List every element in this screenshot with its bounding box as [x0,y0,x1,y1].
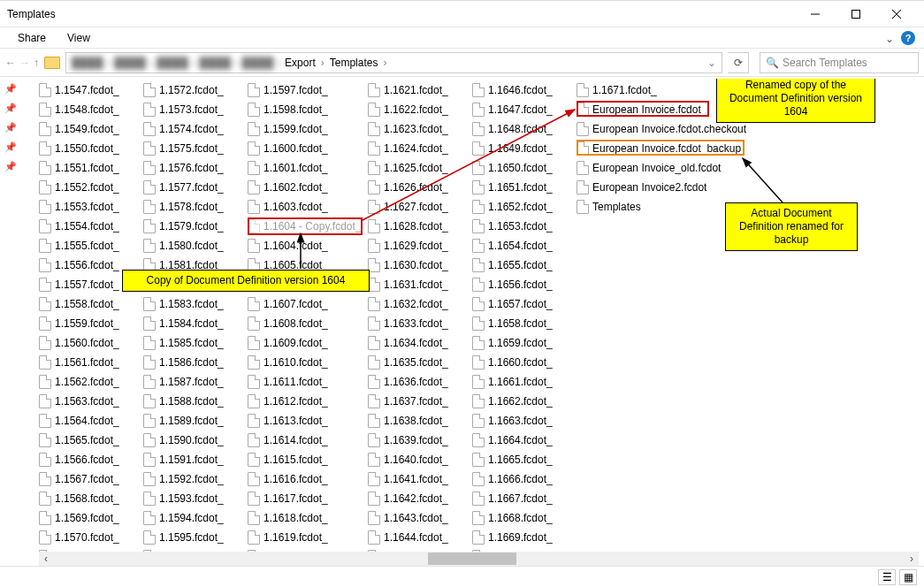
ribbon-chevron-icon[interactable]: ⌄ [885,33,894,45]
horizontal-scrollbar[interactable]: ‹ › [39,552,919,566]
file-item[interactable]: 1.1595.fcdot_ [143,528,248,547]
file-item[interactable]: 1.1668.fcdot_ [472,508,577,528]
file-item[interactable]: 1.1619.fcdot_ [248,528,352,547]
tab-share[interactable]: Share [18,32,46,44]
file-item[interactable]: 1.1599.fcdot_ [248,119,352,139]
file-item[interactable]: 1.1660.fcdot_ [472,353,577,372]
file-item[interactable]: 1.1665.fcdot_ [472,450,577,469]
file-item[interactable]: 1.1650.fcdot_ [472,158,577,178]
file-item[interactable]: 1.1613.fcdot_ [248,411,352,431]
file-item[interactable]: 1.1666.fcdot_ [472,469,577,489]
file-item[interactable]: 1.1608.fcdot_ [248,314,352,333]
file-item[interactable]: 1.1633.fcdot_ [368,314,472,333]
file-item[interactable]: 1.1585.fcdot_ [143,333,248,353]
file-item[interactable]: 1.1584.fcdot_ [143,314,248,333]
back-button[interactable]: ← [5,57,16,69]
file-item[interactable]: 1.1625.fcdot_ [368,158,472,178]
file-item[interactable]: 1.1567.fcdot_ [39,469,143,489]
scroll-thumb[interactable] [428,553,516,565]
file-item[interactable]: 1.1651.fcdot_ [472,178,577,197]
file-item[interactable]: 1.1663.fcdot_ [472,411,577,431]
file-item[interactable]: 1.1593.fcdot_ [143,489,248,508]
file-item[interactable]: 1.1578.fcdot_ [143,197,248,217]
file-item[interactable]: 1.1561.fcdot_ [39,353,143,372]
file-item[interactable]: 1.1646.fcdot_ [472,80,577,100]
file-item[interactable]: 1.1624.fcdot_ [368,139,472,158]
file-item[interactable]: 1.1597.fcdot_ [248,80,352,100]
file-item[interactable]: 1.1637.fcdot_ [368,392,472,411]
file-item[interactable]: 1.1614.fcdot_ [248,431,352,450]
file-item[interactable]: 1.1586.fcdot_ [143,353,248,372]
file-item[interactable]: 1.1558.fcdot_ [39,294,143,314]
refresh-button[interactable]: ⟳ [728,52,749,73]
file-item[interactable]: 1.1639.fcdot_ [368,431,472,450]
file-item[interactable]: 1.1590.fcdot_ [143,431,248,450]
breadcrumb[interactable]: ████ › ████ › ████ › ████ › ████ › Expor… [65,52,722,73]
file-item[interactable]: 1.1559.fcdot_ [39,314,143,333]
file-item[interactable]: 1.1661.fcdot_ [472,372,577,392]
file-item[interactable]: 1.1603.fcdot_ [248,197,352,217]
file-item[interactable]: 1.1655.fcdot_ [472,255,577,275]
file-item[interactable]: 1.1555.fcdot_ [39,236,143,255]
file-item[interactable]: 1.1574.fcdot_ [143,119,248,139]
file-item[interactable]: 1.1630.fcdot_ [368,255,472,275]
crumb-templates[interactable]: Templates [326,57,382,69]
file-item[interactable]: 1.1617.fcdot_ [248,489,352,508]
file-item[interactable]: 1.1648.fcdot_ [472,119,577,139]
file-item[interactable]: 1.1598.fcdot_ [248,100,352,119]
file-item[interactable]: 1.1664.fcdot_ [472,431,577,450]
maximize-button[interactable] [836,2,876,27]
file-item[interactable]: 1.1566.fcdot_ [39,450,143,469]
file-item[interactable]: 1.1601.fcdot_ [248,158,352,178]
file-item[interactable]: 1.1587.fcdot_ [143,372,248,392]
file-item[interactable]: 1.1628.fcdot_ [368,217,472,236]
file-item[interactable]: 1.1594.fcdot_ [143,508,248,528]
scroll-right-icon[interactable]: › [905,552,919,566]
file-item[interactable]: 1.1551.fcdot_ [39,158,143,178]
file-item[interactable]: 1.1564.fcdot_ [39,411,143,431]
file-item[interactable]: 1.1548.fcdot_ [39,100,143,119]
file-item[interactable]: 1.1611.fcdot_ [248,372,352,392]
file-item[interactable]: 1.1622.fcdot_ [368,100,472,119]
crumb-export[interactable]: Export [281,57,319,69]
file-item[interactable]: 1.1662.fcdot_ [472,392,577,411]
file-item[interactable]: 1.1647.fcdot_ [472,100,577,119]
file-item[interactable]: 1.1627.fcdot_ [368,197,472,217]
file-item[interactable]: 1.1562.fcdot_ [39,372,143,392]
file-item[interactable]: 1.1629.fcdot_ [368,236,472,255]
file-item[interactable]: 1.1573.fcdot_ [143,100,248,119]
file-item[interactable]: 1.1563.fcdot_ [39,392,143,411]
file-item[interactable]: 1.1657.fcdot_ [472,294,577,314]
help-icon[interactable]: ? [901,31,915,45]
file-item[interactable]: 1.1652.fcdot_ [472,197,577,217]
up-button[interactable]: ↑ [34,57,39,69]
file-item[interactable]: 1.1654.fcdot_ [472,236,577,255]
file-item[interactable]: 1.1643.fcdot_ [368,508,472,528]
file-item[interactable]: 1.1579.fcdot_ [143,217,248,236]
file-item[interactable]: 1.1569.fcdot_ [39,508,143,528]
file-item[interactable]: 1.1669.fcdot_ [472,528,577,547]
file-item[interactable]: 1.1626.fcdot_ [368,178,472,197]
file-item[interactable]: 1.1588.fcdot_ [143,392,248,411]
file-item[interactable]: 1.1635.fcdot_ [368,353,472,372]
file-item[interactable]: 1.1610.fcdot_ [248,353,352,372]
file-item[interactable]: 1.1580.fcdot_ [143,236,248,255]
file-item[interactable]: 1.1632.fcdot_ [368,294,472,314]
file-item[interactable]: European Invoice.fcdot_backup [577,139,762,158]
file-item[interactable]: 1.1616.fcdot_ [248,469,352,489]
file-item[interactable]: 1.1549.fcdot_ [39,119,143,139]
file-item[interactable]: 1.1554.fcdot_ [39,217,143,236]
file-item[interactable]: 1.1577.fcdot_ [143,178,248,197]
file-item[interactable]: 1.1653.fcdot_ [472,217,577,236]
file-item[interactable]: 1.1547.fcdot_ [39,80,143,100]
file-item[interactable]: 1.1591.fcdot_ [143,450,248,469]
file-item[interactable]: 1.1644.fcdot_ [368,528,472,547]
file-item[interactable]: 1.1572.fcdot_ [143,80,248,100]
search-input[interactable]: 🔍 Search Templates [760,52,919,73]
file-item[interactable]: 1.1552.fcdot_ [39,178,143,197]
file-item[interactable]: 1.1640.fcdot_ [368,450,472,469]
file-item[interactable]: 1.1576.fcdot_ [143,158,248,178]
close-button[interactable] [876,2,917,27]
file-item[interactable]: 1.1602.fcdot_ [248,178,352,197]
file-item[interactable]: 1.1570.fcdot_ [39,528,143,547]
